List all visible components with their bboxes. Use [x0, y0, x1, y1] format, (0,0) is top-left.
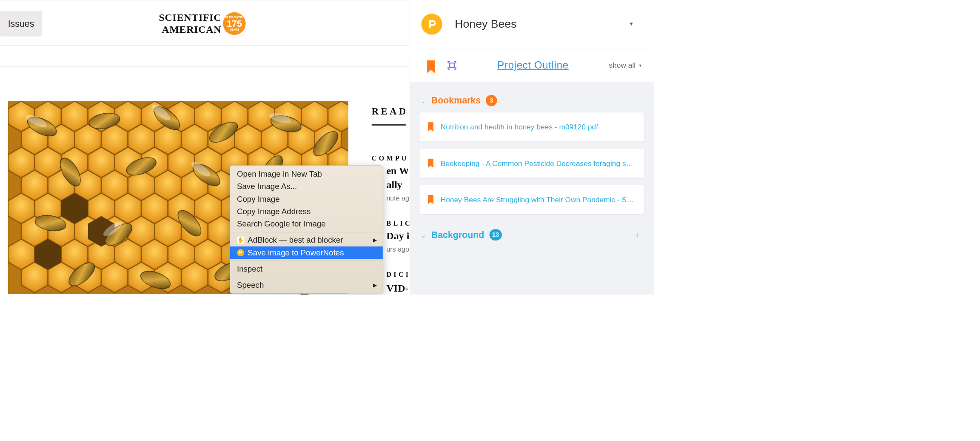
- chevron-down-icon: ▼: [638, 63, 642, 68]
- ctx-divider: [230, 277, 383, 277]
- issues-button[interactable]: Issues: [0, 11, 42, 36]
- bookmark-title: Honey Bees Are Struggling with Their Own…: [441, 195, 637, 204]
- bookmark-item[interactable]: Beekeeping - A Common Pesticide Decrease…: [419, 149, 644, 178]
- sidebar-body: ⌄ Bookmarks 3 Nutrition and health in ho…: [410, 82, 654, 294]
- project-name: Honey Bees: [455, 17, 516, 30]
- section-bookmarks-header[interactable]: ⌄ Bookmarks 3: [421, 95, 644, 106]
- read-item-title[interactable]: en W: [386, 165, 409, 177]
- show-all-dropdown[interactable]: show all ▼: [609, 61, 643, 70]
- powernotes-logo-icon[interactable]: [421, 14, 442, 34]
- section-title: Bookmarks: [431, 95, 481, 106]
- submenu-arrow-icon: ▶: [373, 237, 377, 243]
- chevron-down-icon: ⌄: [421, 232, 426, 239]
- ctx-save-image-as[interactable]: Save Image As...: [230, 180, 383, 193]
- bookmark-item[interactable]: Nutrition and health in honey bees - m09…: [419, 112, 644, 141]
- read-item-title[interactable]: Day i: [386, 230, 409, 242]
- read-item-category: COMPUT: [372, 155, 416, 162]
- ctx-search-google[interactable]: Search Google for Image: [230, 218, 383, 230]
- powernotes-icon: P: [237, 249, 244, 256]
- read-this-next-heading: READ: [372, 106, 408, 117]
- ctx-adblock-label: AdBlock — best ad blocker: [248, 236, 343, 245]
- adblock-icon: ✋: [237, 237, 244, 244]
- bookmark-title: Nutrition and health in honey bees - m09…: [441, 123, 598, 132]
- divider: [0, 66, 408, 67]
- bookmark-title: Beekeeping - A Common Pesticide Decrease…: [441, 159, 637, 168]
- sidebar-header: Honey Bees ▼: [410, 0, 654, 48]
- ctx-adblock[interactable]: ✋ AdBlock — best ad blocker ▶: [230, 234, 383, 246]
- read-item-category: BLIC: [386, 220, 412, 227]
- powernotes-sidebar: Honey Bees ▼ Project Outline show all ▼ …: [410, 0, 654, 294]
- ctx-speech[interactable]: Speech ▶: [230, 279, 383, 291]
- site-brand[interactable]: SCIENTIFIC AMERICAN CELEBRATING 175 YEAR…: [159, 11, 278, 35]
- project-selector[interactable]: Honey Bees ▼: [455, 17, 642, 30]
- read-item-category: DICI: [386, 271, 410, 278]
- ctx-save-to-powernotes[interactable]: P Save image to PowerNotes: [230, 246, 383, 259]
- ctx-divider: [230, 261, 383, 261]
- ctx-copy-image-address[interactable]: Copy Image Address: [230, 205, 383, 218]
- chevron-down-icon: ⌄: [421, 97, 426, 104]
- ctx-open-new-tab[interactable]: Open Image in New Tab: [230, 168, 383, 180]
- ctx-copy-image[interactable]: Copy Image: [230, 193, 383, 205]
- ctx-speech-label: Speech: [237, 281, 264, 289]
- svg-rect-128: [450, 63, 454, 68]
- sidebar-toolbar: Project Outline show all ▼: [410, 48, 654, 82]
- top-bar: Issues SCIENTIFIC AMERICAN CELEBRATING 1…: [0, 0, 408, 46]
- brand-line1: SCIENTIFIC: [159, 11, 222, 23]
- ctx-divider: [230, 232, 383, 232]
- screenshot-tab-icon[interactable]: [447, 60, 457, 70]
- bookmark-icon: [427, 158, 434, 168]
- anniversary-badge-icon: CELEBRATING 175 YEARS: [223, 12, 245, 35]
- bookmark-tab-icon[interactable]: [426, 60, 436, 70]
- brand-line2: AMERICAN: [159, 23, 222, 35]
- add-to-section-button[interactable]: ＋: [632, 228, 644, 241]
- bookmark-item[interactable]: Honey Bees Are Struggling with Their Own…: [419, 185, 644, 214]
- project-outline-link[interactable]: Project Outline: [468, 59, 598, 71]
- section-title: Background: [431, 229, 484, 240]
- read-item-meta: nute ag: [386, 194, 409, 202]
- read-underline: [372, 124, 406, 126]
- ctx-inspect[interactable]: Inspect: [230, 263, 383, 275]
- bookmark-icon: [427, 122, 434, 132]
- background-count-badge: 13: [489, 229, 502, 241]
- bookmarks-count-badge: 3: [486, 95, 497, 106]
- context-menu: Open Image in New Tab Save Image As... C…: [230, 165, 383, 294]
- read-item-title[interactable]: ally: [386, 179, 402, 191]
- show-all-label: show all: [609, 61, 636, 70]
- section-background-header[interactable]: ⌄ Background 13 ＋: [421, 228, 644, 241]
- submenu-arrow-icon: ▶: [373, 282, 377, 288]
- bookmark-icon: [427, 195, 434, 205]
- read-item-meta: urs ago: [386, 245, 409, 253]
- brand-wordmark: SCIENTIFIC AMERICAN: [159, 11, 222, 35]
- ctx-save-pn-label: Save image to PowerNotes: [248, 248, 344, 257]
- chevron-down-icon: ▼: [629, 21, 634, 27]
- read-item-title[interactable]: VID-: [386, 282, 408, 294]
